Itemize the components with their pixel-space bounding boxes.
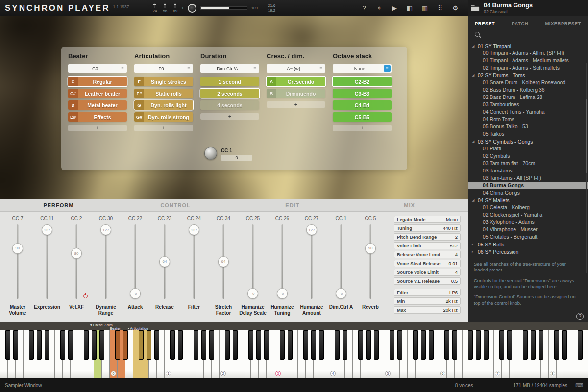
fader-handle[interactable]: 127 xyxy=(100,224,111,235)
dimension-item[interactable]: 4 seconds xyxy=(200,100,259,110)
black-key[interactable] xyxy=(429,330,434,360)
black-key[interactable] xyxy=(60,330,65,360)
preset-header[interactable]: 04 Burma Gongs 02 Classical xyxy=(468,0,588,16)
tree-parent[interactable]: ▸05 SY Bells xyxy=(468,241,588,248)
black-key[interactable] xyxy=(92,330,97,360)
black-key[interactable] xyxy=(29,330,34,360)
help-icon[interactable]: ? xyxy=(360,4,368,12)
knob-value[interactable]: 0 xyxy=(221,155,252,161)
black-key[interactable] xyxy=(178,330,183,360)
setting-row-legato-mode[interactable]: Legato ModeMono xyxy=(394,216,461,223)
tree-item[interactable]: 04 Roto Toms xyxy=(468,116,588,123)
tree-item[interactable]: 03 Tam-tams - All (SP I-II) xyxy=(468,174,588,182)
dimension-item[interactable]: BDiminuendo xyxy=(267,89,325,98)
play-icon[interactable]: ▶ xyxy=(391,4,398,12)
tree-item[interactable]: 03 Tam-tams xyxy=(468,167,588,174)
dimension-dropdown[interactable]: None≡ xyxy=(333,64,392,73)
black-key[interactable] xyxy=(201,330,206,360)
black-key[interactable] xyxy=(233,330,238,360)
black-key[interactable] xyxy=(397,330,402,360)
black-key[interactable] xyxy=(366,330,371,360)
fader-track[interactable]: 90 xyxy=(12,224,23,299)
tree-parent[interactable]: ▸06 SY Percussion xyxy=(468,248,588,255)
black-key[interactable] xyxy=(170,330,175,360)
add-slot-button[interactable]: + xyxy=(200,113,259,120)
dimension-dropdown[interactable]: A~ (w)≡ xyxy=(267,64,325,73)
black-key[interactable] xyxy=(5,330,10,360)
tree-item[interactable]: 01 Piatti xyxy=(468,145,588,152)
setting-row-max[interactable]: Max20k Hz xyxy=(394,306,461,314)
fader-track[interactable]: 127 xyxy=(42,224,52,299)
black-key[interactable] xyxy=(554,330,559,360)
black-key[interactable] xyxy=(452,330,457,360)
black-key[interactable] xyxy=(358,330,363,360)
black-key[interactable] xyxy=(280,330,285,360)
tree-item[interactable]: 04 China Gongs xyxy=(468,189,588,196)
black-key[interactable] xyxy=(115,330,120,360)
dimension-dropdown[interactable]: C0≡ xyxy=(68,64,127,73)
black-key[interactable] xyxy=(578,330,583,360)
fader-handle[interactable]: 64 xyxy=(218,256,229,267)
tree-parent[interactable]: ◢04 SY Mallets xyxy=(468,196,588,204)
black-key[interactable] xyxy=(123,330,128,360)
black-key[interactable] xyxy=(468,330,473,360)
dimension-control-knob[interactable] xyxy=(204,147,217,160)
dimension-item[interactable]: 2 seconds xyxy=(200,89,259,98)
fader-track[interactable]: 64 xyxy=(218,224,229,299)
setting-row-release-voice-limit[interactable]: Release Voice Limit4 xyxy=(394,251,461,258)
master-knob[interactable] xyxy=(188,4,196,13)
black-key[interactable] xyxy=(45,330,49,360)
mini-fader[interactable]: 89 xyxy=(173,3,177,13)
tree-item[interactable]: 04 Concert Toms - Yamaha xyxy=(468,108,588,116)
setting-row-voice-limit[interactable]: Voice Limit512 xyxy=(394,242,461,249)
fader-handle[interactable]: -0 xyxy=(247,288,258,299)
black-key[interactable] xyxy=(225,330,230,360)
black-key[interactable] xyxy=(523,330,528,360)
sidebar-tab-preset[interactable]: PRESET xyxy=(475,21,495,26)
black-key[interactable] xyxy=(390,330,394,360)
black-key[interactable] xyxy=(413,330,418,360)
add-slot-button[interactable]: + xyxy=(134,125,193,131)
add-slot-button[interactable]: + xyxy=(267,101,325,108)
black-key[interactable] xyxy=(139,330,144,360)
fader-handle[interactable]: 90 xyxy=(365,243,376,254)
fader-handle[interactable]: 64 xyxy=(159,256,170,267)
fader-handle[interactable]: 90 xyxy=(12,243,23,254)
fader-handle[interactable]: 127 xyxy=(189,224,199,235)
tree-item[interactable]: 02 Cymbals xyxy=(468,152,588,160)
dimension-item[interactable]: FSingle strokes xyxy=(134,77,193,86)
black-key[interactable] xyxy=(248,330,253,360)
fader-track[interactable]: -0 xyxy=(130,224,141,299)
dimension-dropdown[interactable]: F0≡ xyxy=(134,64,193,73)
fader-track[interactable]: -0 xyxy=(336,224,346,299)
tree-item[interactable]: 04 Vibraphone - Musser xyxy=(468,226,588,233)
tree-item[interactable]: 03 Tambourines xyxy=(468,101,588,108)
fader-track[interactable]: -0 xyxy=(247,224,258,299)
fader-track[interactable]: 127 xyxy=(100,224,111,299)
tab-perform[interactable]: PERFORM xyxy=(0,199,117,211)
help-icon-sidebar[interactable]: ? xyxy=(576,313,584,320)
black-key[interactable] xyxy=(562,330,567,360)
dimension-item[interactable]: GDyn. rolls light xyxy=(134,100,193,110)
black-key[interactable] xyxy=(343,330,347,360)
settings-icon[interactable]: ⚙ xyxy=(451,4,459,12)
black-key[interactable] xyxy=(335,330,340,360)
tree-item[interactable]: 03 Xylophone - Adams xyxy=(468,219,588,226)
sidebar-scrollbar-thumb[interactable] xyxy=(586,99,587,173)
dimension-item[interactable]: C4-B4 xyxy=(333,100,392,110)
fader-track[interactable]: 80 xyxy=(71,224,82,299)
black-key[interactable] xyxy=(154,330,159,360)
black-key[interactable] xyxy=(194,330,198,360)
fader-track[interactable]: 90 xyxy=(365,224,376,299)
black-key[interactable] xyxy=(147,330,151,360)
tree-item[interactable]: 04 Burma Gongs xyxy=(468,182,588,189)
fader-handle[interactable]: 127 xyxy=(42,224,52,235)
black-key[interactable] xyxy=(264,330,269,360)
black-key[interactable] xyxy=(531,330,536,360)
black-key[interactable] xyxy=(288,330,293,360)
sidebar-tab-mixerpreset[interactable]: MIXERPRESET xyxy=(545,21,581,26)
sidebar-tab-patch[interactable]: PATCH xyxy=(512,21,528,26)
power-icon[interactable] xyxy=(83,294,88,298)
setting-row-voice-steal-release[interactable]: Voice Steal Release0.01 xyxy=(394,260,461,267)
dimension-item[interactable]: 1 second xyxy=(200,77,259,86)
